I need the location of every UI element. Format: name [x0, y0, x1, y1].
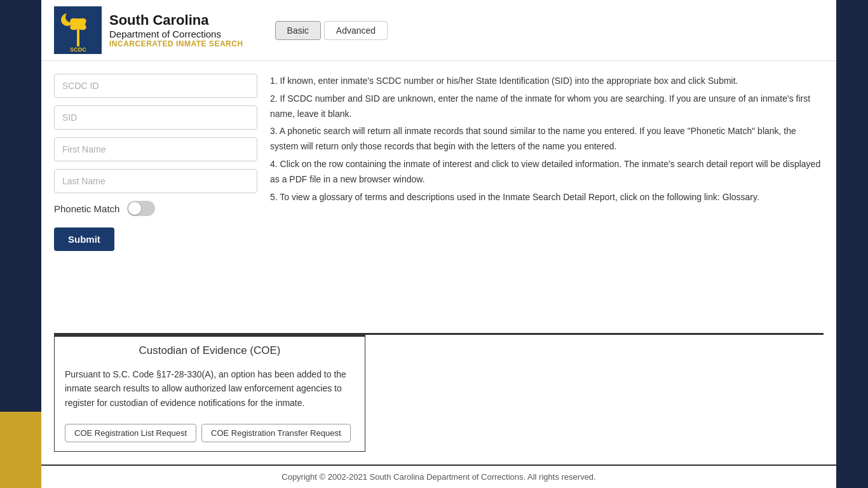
footer: Copyright © 2002-2021 South Carolina Dep… [41, 464, 836, 488]
coe-body: Pursuant to S.C. Code §17-28-330(A), an … [55, 362, 365, 419]
header: SCDC South Carolina Department of Correc… [41, 0, 836, 61]
instructions-section: 1. If known, enter inmate's SCDC number … [270, 74, 824, 320]
toggle-knob [128, 202, 141, 215]
instruction-line5: 5. To view a glossary of terms and descr… [270, 190, 824, 205]
svg-point-6 [71, 18, 86, 26]
instruction-line1: 1. If known, enter inmate's SCDC number … [270, 74, 824, 89]
body-content: Phonetic Match Submit 1. If known, enter… [41, 61, 836, 333]
coe-buttons: COE Registration List Request COE Regist… [55, 419, 365, 451]
logo-text: South Carolina Department of Corrections… [109, 12, 243, 48]
scdc-logo: SCDC [54, 6, 102, 54]
phonetic-match-label: Phonetic Match [54, 203, 119, 214]
last-name-input[interactable] [54, 169, 257, 193]
svg-rect-3 [77, 27, 79, 46]
tab-advanced[interactable]: Advanced [324, 21, 388, 40]
phonetic-match-toggle[interactable] [127, 201, 155, 216]
org-name: South Carolina [109, 12, 243, 29]
form-section: Phonetic Match Submit [54, 74, 257, 320]
coe-transfer-request-button[interactable]: COE Registration Transfer Request [201, 424, 350, 442]
logo-container: SCDC South Carolina Department of Correc… [54, 6, 243, 54]
svg-text:SCDC: SCDC [70, 46, 86, 53]
right-sidebar [836, 0, 868, 488]
coe-section: Custodian of Evidence (COE) Pursuant to … [54, 335, 365, 452]
coe-title: Custodian of Evidence (COE) [55, 337, 365, 362]
instruction-line2: 2. If SCDC number and SID are unknown, e… [270, 92, 824, 122]
subtitle: Incarcerated Inmate Search [109, 39, 243, 48]
submit-button[interactable]: Submit [54, 227, 114, 251]
coe-list-request-button[interactable]: COE Registration List Request [65, 424, 196, 442]
sid-input[interactable] [54, 105, 257, 130]
scdc-id-input[interactable] [54, 74, 257, 98]
tab-basic[interactable]: Basic [275, 21, 321, 40]
left-sidebar [0, 0, 41, 488]
dept-name: Department of Corrections [109, 29, 243, 39]
first-name-input[interactable] [54, 137, 257, 161]
instruction-line4: 4. Click on the row containing the inmat… [270, 157, 824, 187]
instruction-line3: 3. A phonetic search will return all inm… [270, 124, 824, 154]
sidebar-accent [0, 412, 41, 488]
copyright-text: Copyright © 2002-2021 South Carolina Dep… [281, 472, 595, 482]
tab-group: Basic Advanced [275, 21, 388, 40]
phonetic-row: Phonetic Match [54, 201, 257, 216]
main-content: SCDC South Carolina Department of Correc… [41, 0, 836, 488]
